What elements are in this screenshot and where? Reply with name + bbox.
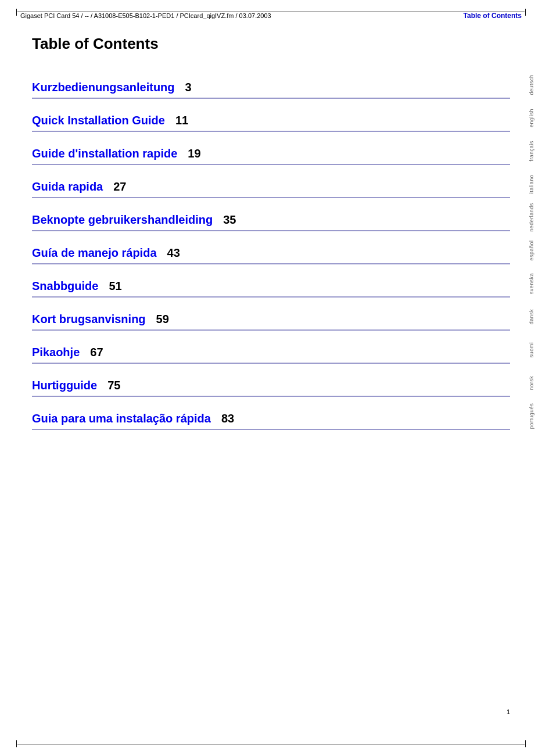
toc-entry-inner: Guía de manejo rápida43 (32, 236, 510, 263)
lang-label: français (529, 141, 534, 162)
toc-divider (32, 230, 510, 231)
main-content: Table of Contents Kurzbedienungsanleitun… (32, 29, 510, 733)
toc-divider (32, 396, 510, 397)
toc-entry-page: 11 (175, 114, 188, 127)
toc-entry-wrapper: Snabbguide51svenska (32, 269, 510, 298)
toc-entry-inner: Snabbguide51 (32, 269, 510, 296)
toc-entry-page: 83 (221, 412, 234, 425)
toc-entry-inner: Guida rapida27 (32, 170, 510, 197)
toc-entry-link[interactable]: Pikaohje (32, 346, 80, 359)
lang-label-text: français (529, 141, 534, 162)
toc-entry-inner: Pikaohje67 (32, 335, 510, 363)
bottom-border (17, 744, 525, 744)
toc-divider (32, 429, 510, 430)
page-title: Table of Contents (32, 35, 510, 53)
toc-entry-wrapper: Hurtigguide75norsk (32, 368, 510, 397)
toc-entry-inner: Guide d'installation rapide19 (32, 137, 510, 164)
lang-label-text: suomi (529, 342, 534, 357)
toc-entries: Kurzbedienungsanleitung3deutschQuick Ins… (32, 70, 510, 430)
toc-entry-link[interactable]: Snabbguide (32, 280, 98, 293)
toc-entry-wrapper: Guia para uma instalação rápida83portugu… (32, 402, 510, 430)
toc-entry-link[interactable]: Guide d'installation rapide (32, 147, 177, 160)
toc-divider (32, 98, 510, 99)
toc-entry-inner: Kort brugsanvisning59 (32, 302, 510, 329)
toc-entry-wrapper: Kort brugsanvisning59dansk (32, 302, 510, 331)
left-mark-bottom (16, 740, 17, 747)
toc-entry-page: 51 (109, 280, 121, 293)
toc-entry-link[interactable]: Hurtigguide (32, 379, 97, 392)
toc-entry-page: 43 (167, 246, 180, 260)
toc-entry-wrapper: Kurzbedienungsanleitung3deutsch (32, 70, 510, 99)
lang-label-text: nederlands (529, 203, 534, 232)
toc-entry-inner: Quick Installation Guide11 (32, 103, 510, 131)
lang-label-text: dansk (529, 309, 534, 324)
toc-divider (32, 164, 510, 165)
lang-label: norsk (529, 375, 534, 390)
lang-label-text: norsk (529, 375, 534, 390)
header: Gigaset PCI Card 54 / -- / A31008-E505-B… (0, 0, 542, 26)
toc-entry-page: 67 (90, 346, 103, 359)
toc-divider (32, 197, 510, 198)
toc-entry-link[interactable]: Kort brugsanvisning (32, 313, 146, 326)
lang-label: deutsch (529, 74, 534, 95)
page-number: 1 (507, 708, 510, 715)
lang-label-text: svenska (529, 273, 534, 294)
lang-label-text: portugués (529, 403, 534, 429)
toc-divider (32, 263, 510, 264)
toc-entry-wrapper: Quick Installation Guide11english (32, 103, 510, 132)
toc-entry-inner: Hurtigguide75 (32, 368, 510, 396)
toc-entry-link[interactable]: Guia para uma instalação rápida (32, 412, 211, 425)
toc-entry-page: 27 (113, 180, 126, 194)
toc-entry-inner: Beknopte gebruikershandleiding35 (32, 203, 510, 230)
toc-entry-page: 3 (185, 81, 192, 94)
lang-label: english (529, 108, 534, 127)
toc-divider (32, 296, 510, 298)
toc-entry-link[interactable]: Quick Installation Guide (32, 114, 165, 127)
lang-label: dansk (529, 309, 534, 324)
lang-label: svenska (529, 273, 534, 294)
toc-entry-page: 75 (107, 379, 120, 392)
toc-entry-wrapper: Guía de manejo rápida43español (32, 236, 510, 264)
toc-entry-link[interactable]: Guía de manejo rápida (32, 246, 157, 260)
lang-label-text: español (529, 240, 534, 260)
toc-entry-inner: Kurzbedienungsanleitung3 (32, 70, 510, 98)
lang-label-text: italiano (529, 174, 534, 194)
lang-label: suomi (529, 342, 534, 357)
toc-divider (32, 329, 510, 331)
toc-entry-link[interactable]: Beknopte gebruikershandleiding (32, 213, 213, 227)
toc-entry-page: 19 (188, 147, 200, 160)
lang-label-text: deutsch (529, 74, 534, 95)
toc-entry-wrapper: Guide d'installation rapide19français (32, 137, 510, 165)
toc-entry-link[interactable]: Kurzbedienungsanleitung (32, 81, 175, 94)
lang-label-text: english (529, 108, 534, 127)
toc-entry-inner: Guia para uma instalação rápida83 (32, 402, 510, 429)
toc-divider (32, 363, 510, 364)
lang-label: portugués (529, 403, 534, 429)
lang-label: español (529, 240, 534, 260)
toc-entry-page: 35 (223, 213, 236, 227)
lang-label: italiano (529, 174, 534, 194)
toc-divider (32, 131, 510, 132)
header-right-text: Table of Contents (464, 12, 522, 20)
header-left-text: Gigaset PCI Card 54 / -- / A31008-E505-B… (20, 12, 271, 19)
toc-entry-page: 59 (156, 313, 169, 326)
right-mark-bottom (525, 740, 526, 747)
page-container: Gigaset PCI Card 54 / -- / A31008-E505-B… (0, 0, 542, 756)
lang-label: nederlands (529, 203, 534, 232)
toc-entry-wrapper: Guida rapida27italiano (32, 170, 510, 198)
toc-entry-wrapper: Beknopte gebruikershandleiding35nederlan… (32, 203, 510, 231)
toc-entry-wrapper: Pikaohje67suomi (32, 335, 510, 364)
toc-entry-link[interactable]: Guida rapida (32, 180, 103, 194)
